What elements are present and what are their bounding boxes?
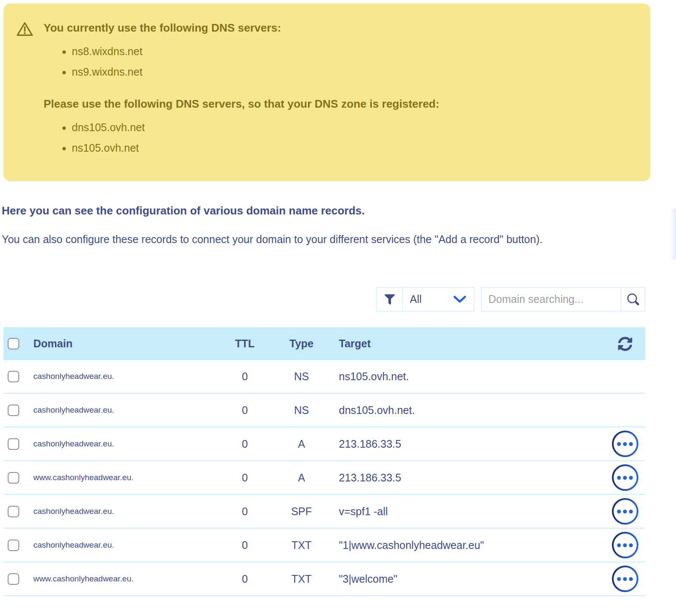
cell-type: SPF: [264, 505, 339, 518]
ellipsis-icon: [614, 500, 637, 523]
row-checkbox[interactable]: [8, 472, 19, 484]
dns-server-item: dns105.ovh.net: [72, 117, 633, 138]
cell-type: TXT: [264, 539, 339, 551]
cell-target: "1|www.cashonlyheadwear.eu": [339, 539, 605, 551]
row-actions-button[interactable]: [612, 431, 638, 457]
table-row: www.cashonlyheadwear.eu. 0 A 213.186.33.…: [3, 461, 645, 495]
domain-search-input[interactable]: [482, 287, 621, 311]
search-button[interactable]: [621, 287, 645, 311]
cell-type: TXT: [264, 573, 339, 585]
cell-target: v=spf1 -all: [339, 505, 605, 518]
ellipsis-icon: [614, 567, 637, 590]
search-icon: [627, 293, 639, 305]
column-header-target: Target: [339, 337, 605, 350]
table-header: Domain TTL Type Target: [3, 327, 645, 360]
column-header-domain: Domain: [33, 337, 226, 350]
cell-target: 213.186.33.5: [339, 438, 605, 450]
records-config-heading: Here you can see the configuration of va…: [2, 203, 676, 218]
cell-target: ns105.ovh.net.: [339, 370, 605, 383]
dns-table-body: cashonlyheadwear.eu. 0 NS ns105.ovh.net.…: [3, 360, 645, 596]
column-header-ttl: TTL: [226, 337, 264, 350]
table-row: cashonlyheadwear.eu. 0 TXT "1|www.cashon…: [3, 529, 645, 563]
cell-ttl: 0: [226, 472, 264, 484]
cell-ttl: 0: [226, 404, 264, 417]
cell-domain: cashonlyheadwear.eu.: [33, 405, 226, 415]
column-header-type: Type: [264, 337, 339, 350]
row-actions-button[interactable]: [612, 498, 638, 525]
cell-target: 213.186.33.5: [339, 472, 605, 484]
domain-search: [481, 287, 645, 311]
type-filter-value: All: [410, 293, 453, 305]
select-all-checkbox[interactable]: [8, 338, 19, 349]
dns-server-item: ns8.wixdns.net: [72, 41, 633, 62]
scrollbar-thumb[interactable]: [670, 208, 676, 260]
cell-type: NS: [264, 370, 339, 383]
row-checkbox[interactable]: [8, 506, 19, 517]
dns-server-item: ns9.wixdns.net: [72, 62, 633, 82]
table-row: cashonlyheadwear.eu. 0 NS ns105.ovh.net.: [3, 360, 645, 394]
row-checkbox[interactable]: [8, 573, 19, 585]
cell-ttl: 0: [226, 438, 264, 450]
ellipsis-icon: [614, 432, 637, 455]
cell-ttl: 0: [226, 505, 264, 518]
recommended-dns-list: dns105.ovh.net ns105.ovh.net: [44, 117, 633, 158]
cell-type: NS: [264, 404, 339, 417]
row-actions-button[interactable]: [612, 532, 638, 558]
cell-domain: cashonlyheadwear.eu.: [33, 507, 226, 516]
chevron-down-icon: [453, 296, 466, 303]
cell-domain: cashonlyheadwear.eu.: [33, 372, 226, 381]
table-row: cashonlyheadwear.eu. 0 NS dns105.ovh.net…: [3, 394, 645, 428]
cell-type: A: [264, 472, 339, 484]
dns-server-item: ns105.ovh.net: [72, 138, 633, 158]
cell-ttl: 0: [226, 539, 264, 551]
records-config-description: You can also configure these records to …: [2, 229, 611, 249]
refresh-button[interactable]: [618, 337, 632, 351]
cell-ttl: 0: [226, 370, 264, 383]
table-row: www.cashonlyheadwear.eu. 0 TXT "3|welcom…: [3, 563, 645, 596]
warning-triangle-icon: [16, 21, 35, 37]
refresh-icon: [618, 337, 632, 351]
cell-domain: www.cashonlyheadwear.eu.: [33, 574, 226, 584]
table-row: cashonlyheadwear.eu. 0 A 213.186.33.5: [3, 428, 645, 461]
table-toolbar: All: [3, 287, 645, 311]
cell-domain: www.cashonlyheadwear.eu.: [33, 473, 226, 482]
current-dns-list: ns8.wixdns.net ns9.wixdns.net: [44, 41, 633, 82]
row-checkbox[interactable]: [8, 438, 19, 450]
dns-records-table: Domain TTL Type Target cashonlyheadwear.…: [3, 327, 645, 596]
ellipsis-icon: [614, 466, 637, 489]
cell-target: dns105.ovh.net.: [339, 404, 605, 417]
cell-target: "3|welcome": [339, 573, 605, 585]
recommended-dns-heading: Please use the following DNS servers, so…: [44, 97, 633, 111]
row-checkbox[interactable]: [8, 405, 19, 416]
row-checkbox[interactable]: [8, 540, 19, 551]
current-dns-heading: You currently use the following DNS serv…: [44, 21, 633, 35]
table-row: cashonlyheadwear.eu. 0 SPF v=spf1 -all: [3, 495, 645, 529]
filter-funnel-icon: [376, 287, 403, 311]
row-checkbox[interactable]: [8, 371, 19, 382]
type-filter-select[interactable]: All: [376, 287, 474, 311]
cell-type: A: [264, 438, 339, 450]
cell-domain: cashonlyheadwear.eu.: [33, 540, 226, 550]
dns-warning-banner: You currently use the following DNS serv…: [3, 3, 650, 181]
row-actions-button[interactable]: [612, 566, 638, 592]
ellipsis-icon: [614, 534, 637, 557]
cell-ttl: 0: [226, 573, 264, 585]
cell-domain: cashonlyheadwear.eu.: [33, 439, 226, 449]
row-actions-button[interactable]: [612, 464, 638, 491]
